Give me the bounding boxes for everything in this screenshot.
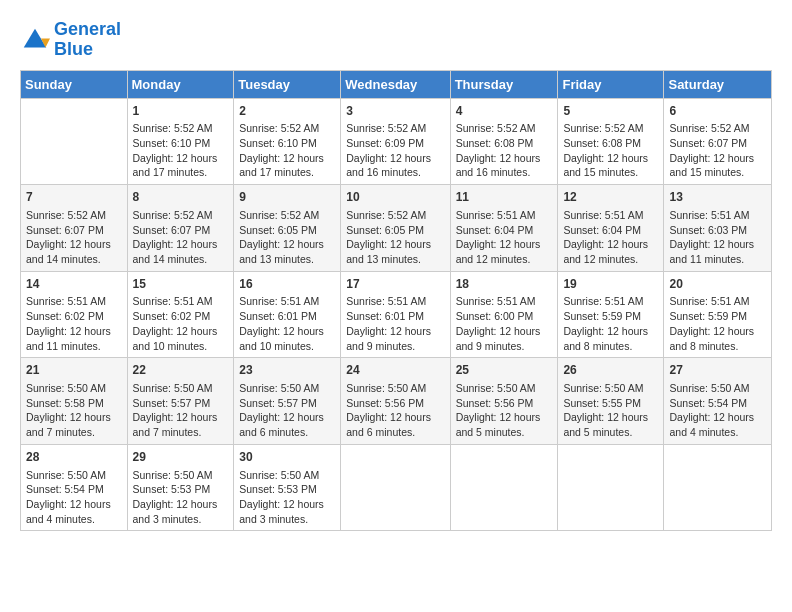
day-number: 24 [346,362,444,379]
day-info: Sunrise: 5:50 AM Sunset: 5:54 PM Dayligh… [669,381,766,440]
page-header: General Blue [20,20,772,60]
day-header-friday: Friday [558,70,664,98]
day-info: Sunrise: 5:52 AM Sunset: 6:10 PM Dayligh… [133,121,229,180]
day-number: 25 [456,362,553,379]
day-info: Sunrise: 5:52 AM Sunset: 6:07 PM Dayligh… [669,121,766,180]
calendar-week-5: 28Sunrise: 5:50 AM Sunset: 5:54 PM Dayli… [21,444,772,531]
day-header-saturday: Saturday [664,70,772,98]
day-info: Sunrise: 5:51 AM Sunset: 5:59 PM Dayligh… [563,294,658,353]
calendar-cell: 7Sunrise: 5:52 AM Sunset: 6:07 PM Daylig… [21,185,128,272]
calendar-cell: 20Sunrise: 5:51 AM Sunset: 5:59 PM Dayli… [664,271,772,358]
day-number: 17 [346,276,444,293]
logo: General Blue [20,20,121,60]
day-header-monday: Monday [127,70,234,98]
day-info: Sunrise: 5:52 AM Sunset: 6:07 PM Dayligh… [133,208,229,267]
day-number: 16 [239,276,335,293]
day-info: Sunrise: 5:50 AM Sunset: 5:58 PM Dayligh… [26,381,122,440]
day-headers: SundayMondayTuesdayWednesdayThursdayFrid… [21,70,772,98]
day-header-tuesday: Tuesday [234,70,341,98]
day-header-wednesday: Wednesday [341,70,450,98]
day-number: 28 [26,449,122,466]
day-info: Sunrise: 5:50 AM Sunset: 5:56 PM Dayligh… [346,381,444,440]
calendar-cell: 23Sunrise: 5:50 AM Sunset: 5:57 PM Dayli… [234,358,341,445]
day-number: 12 [563,189,658,206]
day-header-sunday: Sunday [21,70,128,98]
day-number: 7 [26,189,122,206]
day-number: 10 [346,189,444,206]
calendar-cell: 19Sunrise: 5:51 AM Sunset: 5:59 PM Dayli… [558,271,664,358]
calendar-cell: 5Sunrise: 5:52 AM Sunset: 6:08 PM Daylig… [558,98,664,185]
calendar-cell: 15Sunrise: 5:51 AM Sunset: 6:02 PM Dayli… [127,271,234,358]
day-info: Sunrise: 5:50 AM Sunset: 5:55 PM Dayligh… [563,381,658,440]
calendar-cell: 22Sunrise: 5:50 AM Sunset: 5:57 PM Dayli… [127,358,234,445]
day-number: 20 [669,276,766,293]
calendar-cell: 13Sunrise: 5:51 AM Sunset: 6:03 PM Dayli… [664,185,772,272]
day-info: Sunrise: 5:51 AM Sunset: 6:03 PM Dayligh… [669,208,766,267]
day-info: Sunrise: 5:52 AM Sunset: 6:07 PM Dayligh… [26,208,122,267]
day-number: 26 [563,362,658,379]
day-number: 14 [26,276,122,293]
day-info: Sunrise: 5:52 AM Sunset: 6:05 PM Dayligh… [239,208,335,267]
day-info: Sunrise: 5:50 AM Sunset: 5:57 PM Dayligh… [239,381,335,440]
day-info: Sunrise: 5:50 AM Sunset: 5:56 PM Dayligh… [456,381,553,440]
day-header-thursday: Thursday [450,70,558,98]
logo-text: General Blue [54,20,121,60]
day-info: Sunrise: 5:52 AM Sunset: 6:09 PM Dayligh… [346,121,444,180]
calendar-cell: 4Sunrise: 5:52 AM Sunset: 6:08 PM Daylig… [450,98,558,185]
calendar-cell [664,444,772,531]
day-info: Sunrise: 5:50 AM Sunset: 5:53 PM Dayligh… [239,468,335,527]
calendar-cell [450,444,558,531]
day-info: Sunrise: 5:51 AM Sunset: 5:59 PM Dayligh… [669,294,766,353]
svg-marker-0 [24,29,47,48]
day-info: Sunrise: 5:51 AM Sunset: 6:00 PM Dayligh… [456,294,553,353]
day-number: 1 [133,103,229,120]
day-info: Sunrise: 5:51 AM Sunset: 6:01 PM Dayligh… [239,294,335,353]
day-info: Sunrise: 5:50 AM Sunset: 5:57 PM Dayligh… [133,381,229,440]
day-number: 9 [239,189,335,206]
calendar-week-4: 21Sunrise: 5:50 AM Sunset: 5:58 PM Dayli… [21,358,772,445]
calendar-cell: 27Sunrise: 5:50 AM Sunset: 5:54 PM Dayli… [664,358,772,445]
calendar-cell [558,444,664,531]
calendar-cell: 11Sunrise: 5:51 AM Sunset: 6:04 PM Dayli… [450,185,558,272]
day-number: 23 [239,362,335,379]
day-number: 3 [346,103,444,120]
day-info: Sunrise: 5:51 AM Sunset: 6:02 PM Dayligh… [26,294,122,353]
day-number: 30 [239,449,335,466]
day-info: Sunrise: 5:52 AM Sunset: 6:08 PM Dayligh… [563,121,658,180]
day-info: Sunrise: 5:51 AM Sunset: 6:04 PM Dayligh… [563,208,658,267]
calendar-cell: 3Sunrise: 5:52 AM Sunset: 6:09 PM Daylig… [341,98,450,185]
day-number: 6 [669,103,766,120]
calendar-week-1: 1Sunrise: 5:52 AM Sunset: 6:10 PM Daylig… [21,98,772,185]
day-number: 11 [456,189,553,206]
calendar-cell: 9Sunrise: 5:52 AM Sunset: 6:05 PM Daylig… [234,185,341,272]
day-number: 15 [133,276,229,293]
calendar-cell: 1Sunrise: 5:52 AM Sunset: 6:10 PM Daylig… [127,98,234,185]
day-number: 13 [669,189,766,206]
day-number: 8 [133,189,229,206]
calendar-week-3: 14Sunrise: 5:51 AM Sunset: 6:02 PM Dayli… [21,271,772,358]
day-info: Sunrise: 5:51 AM Sunset: 6:01 PM Dayligh… [346,294,444,353]
day-info: Sunrise: 5:52 AM Sunset: 6:10 PM Dayligh… [239,121,335,180]
calendar-cell: 8Sunrise: 5:52 AM Sunset: 6:07 PM Daylig… [127,185,234,272]
calendar-cell: 6Sunrise: 5:52 AM Sunset: 6:07 PM Daylig… [664,98,772,185]
calendar-week-2: 7Sunrise: 5:52 AM Sunset: 6:07 PM Daylig… [21,185,772,272]
day-info: Sunrise: 5:51 AM Sunset: 6:02 PM Dayligh… [133,294,229,353]
calendar-cell: 28Sunrise: 5:50 AM Sunset: 5:54 PM Dayli… [21,444,128,531]
day-number: 21 [26,362,122,379]
calendar-cell [341,444,450,531]
calendar-cell: 21Sunrise: 5:50 AM Sunset: 5:58 PM Dayli… [21,358,128,445]
calendar-cell: 24Sunrise: 5:50 AM Sunset: 5:56 PM Dayli… [341,358,450,445]
calendar-cell: 14Sunrise: 5:51 AM Sunset: 6:02 PM Dayli… [21,271,128,358]
day-info: Sunrise: 5:52 AM Sunset: 6:08 PM Dayligh… [456,121,553,180]
calendar-cell: 17Sunrise: 5:51 AM Sunset: 6:01 PM Dayli… [341,271,450,358]
day-info: Sunrise: 5:50 AM Sunset: 5:54 PM Dayligh… [26,468,122,527]
calendar-cell: 29Sunrise: 5:50 AM Sunset: 5:53 PM Dayli… [127,444,234,531]
day-number: 18 [456,276,553,293]
day-number: 4 [456,103,553,120]
calendar-cell: 10Sunrise: 5:52 AM Sunset: 6:05 PM Dayli… [341,185,450,272]
calendar-cell: 26Sunrise: 5:50 AM Sunset: 5:55 PM Dayli… [558,358,664,445]
calendar-cell: 30Sunrise: 5:50 AM Sunset: 5:53 PM Dayli… [234,444,341,531]
calendar-cell: 2Sunrise: 5:52 AM Sunset: 6:10 PM Daylig… [234,98,341,185]
day-number: 29 [133,449,229,466]
calendar-cell: 25Sunrise: 5:50 AM Sunset: 5:56 PM Dayli… [450,358,558,445]
